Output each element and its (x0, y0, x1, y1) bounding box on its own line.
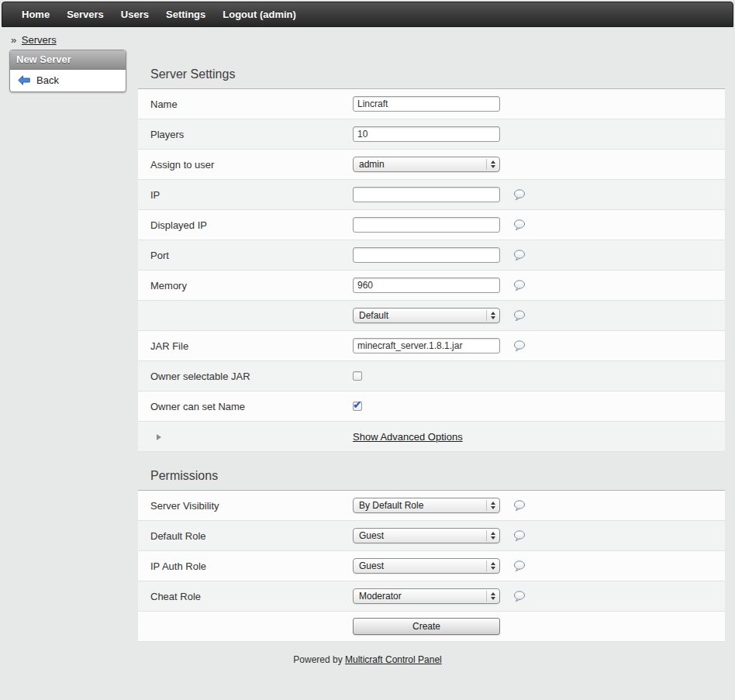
ip-auth-role-label: IP Auth Role (138, 560, 353, 572)
form-row-name: Name (138, 89, 725, 119)
form-row-ip-auth-role: IP Auth Role Guest (138, 551, 725, 581)
port-label: Port (138, 250, 353, 261)
hint-icon[interactable] (513, 560, 526, 572)
server-visibility-label: Server Visibility (138, 500, 353, 512)
form-row-owner-can-set-name: Owner can set Name (138, 391, 725, 422)
name-label: Name (138, 98, 353, 110)
form-row-server-visibility: Server Visibility By Default Role (138, 491, 725, 521)
breadcrumb-symbol: » (11, 34, 16, 46)
select-stepper-icon (486, 159, 495, 170)
sidebar: New Server Back (9, 50, 126, 92)
select-value: Guest (359, 530, 384, 541)
memory-input[interactable] (353, 278, 500, 293)
assign-to-user-label: Assign to user (138, 159, 353, 171)
nav-servers[interactable]: Servers (58, 2, 112, 26)
players-input[interactable] (353, 126, 500, 142)
form-row-port: Port (138, 240, 725, 271)
memory-label: Memory (138, 280, 353, 291)
select-value: By Default Role (359, 500, 423, 511)
show-advanced-options-link[interactable]: Show Advanced Options (353, 431, 463, 443)
name-input[interactable] (353, 96, 500, 112)
select-value: Moderator (359, 591, 402, 602)
section-title-server-settings: Server Settings (138, 50, 725, 89)
nav-logout[interactable]: Logout (admin) (214, 2, 305, 26)
breadcrumb: » Servers (0, 27, 735, 50)
form-row-create: Create (138, 612, 725, 642)
select-stepper-icon (486, 591, 495, 602)
select-stepper-icon (486, 310, 495, 321)
hint-icon[interactable] (513, 310, 526, 322)
create-button[interactable]: Create (353, 618, 500, 635)
form-row-memory: Memory (138, 271, 725, 301)
hint-icon[interactable] (513, 250, 526, 261)
form-row-jar-file: JAR File (138, 331, 725, 361)
cheat-role-label: Cheat Role (138, 591, 353, 602)
sidebar-item-back[interactable]: Back (10, 70, 126, 91)
owner-selectable-jar-checkbox[interactable] (353, 371, 362, 381)
select-stepper-icon (486, 530, 495, 541)
nav-settings[interactable]: Settings (157, 2, 214, 26)
sidebar-title: New Server (10, 50, 126, 70)
sidebar-back-label: Back (36, 74, 59, 86)
footer-text: Powered by (293, 654, 342, 665)
server-visibility-select[interactable]: By Default Role (353, 498, 500, 513)
hint-icon[interactable] (513, 219, 526, 231)
breadcrumb-link-servers[interactable]: Servers (22, 34, 57, 46)
jar-file-label: JAR File (138, 340, 353, 352)
owner-selectable-jar-label: Owner selectable JAR (138, 371, 353, 382)
back-arrow-icon (18, 75, 30, 85)
server-settings-rows: Name Players Assign to user admin IP (138, 89, 725, 452)
ip-label: IP (138, 189, 353, 201)
displayed-ip-input[interactable] (353, 217, 500, 233)
form-row-memory-preset: Default (138, 301, 725, 331)
ip-input[interactable] (353, 187, 500, 202)
jar-file-input[interactable] (353, 338, 500, 353)
hint-icon[interactable] (513, 189, 526, 201)
footer: Powered by Multicraft Control Panel (0, 642, 735, 676)
form-row-advanced-options: Show Advanced Options (138, 422, 725, 452)
players-label: Players (138, 129, 353, 140)
select-value: admin (359, 159, 385, 170)
hint-icon[interactable] (513, 530, 526, 542)
section-title-permissions: Permissions (138, 452, 725, 491)
ip-auth-role-select[interactable]: Guest (353, 558, 500, 574)
form-row-cheat-role: Cheat Role Moderator (138, 581, 725, 612)
permissions-rows: Server Visibility By Default Role Defaul… (138, 491, 725, 642)
hint-icon[interactable] (513, 340, 526, 352)
form-row-ip: IP (138, 180, 725, 210)
assign-to-user-select[interactable]: admin (353, 157, 500, 172)
select-stepper-icon (486, 500, 495, 511)
form-row-owner-selectable-jar: Owner selectable JAR (138, 361, 725, 391)
select-stepper-icon (486, 560, 495, 571)
footer-link-multicraft[interactable]: Multicraft Control Panel (345, 654, 442, 665)
nav-home[interactable]: Home (13, 2, 58, 26)
form-row-assign-to-user: Assign to user admin (138, 150, 725, 180)
owner-can-set-name-label: Owner can set Name (138, 401, 353, 412)
default-role-select[interactable]: Guest (353, 528, 500, 543)
cheat-role-select[interactable]: Moderator (353, 588, 500, 604)
hint-icon[interactable] (513, 591, 526, 602)
select-value: Guest (359, 560, 384, 571)
select-value: Default (359, 310, 388, 321)
form-row-displayed-ip: Displayed IP (138, 210, 725, 240)
displayed-ip-label: Displayed IP (138, 219, 353, 231)
main-content: Server Settings Name Players Assign to u… (138, 50, 725, 642)
form-row-default-role: Default Role Guest (138, 521, 725, 551)
top-navigation: Home Servers Users Settings Logout (admi… (2, 2, 733, 27)
nav-users[interactable]: Users (112, 2, 157, 26)
hint-icon[interactable] (513, 280, 526, 291)
hint-icon[interactable] (513, 500, 526, 512)
disclosure-triangle-icon[interactable] (157, 434, 161, 440)
owner-can-set-name-checkbox[interactable] (353, 402, 362, 411)
form-row-players: Players (138, 119, 725, 150)
memory-preset-select[interactable]: Default (353, 308, 500, 323)
default-role-label: Default Role (138, 530, 353, 542)
port-input[interactable] (353, 247, 500, 263)
